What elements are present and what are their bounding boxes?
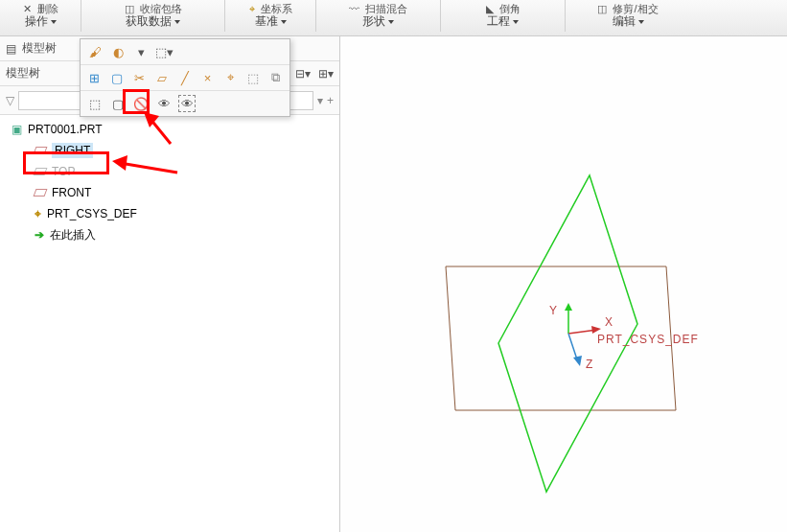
svg-marker-5 <box>573 356 582 366</box>
ribbon-group-shape[interactable]: 〰扫描混合 形状 <box>316 0 441 32</box>
viewport-canvas: Y X Z PRT_CSYS_DEF <box>340 36 787 532</box>
csys-axes: Y X Z PRT_CSYS_DEF <box>549 303 699 371</box>
context-toolbar: 🖌 ◐ ▾ ⬚▾ ⊞ ▢ ✂ ▱ ╱ × ⌖ ⬚ ⧉ ⬚ ▢ 🚫 👁 👁 <box>80 38 290 117</box>
csys-icon: ⌖ <box>35 207 41 220</box>
rect-dashed-icon[interactable]: ⬚ <box>244 69 262 86</box>
tree-root-label: PRT0001.PRT <box>28 123 103 136</box>
axis-z-label: Z <box>586 358 592 371</box>
axis-x-label: X <box>605 315 613 329</box>
chevron-down-icon[interactable]: ▾ <box>132 43 150 60</box>
tree-item-label: FRONT <box>52 186 91 199</box>
ribbon-group-operate[interactable]: ✕删除 操作 <box>0 0 81 32</box>
chevron-down-icon <box>513 20 519 24</box>
expand-icon[interactable]: ▾ <box>317 94 323 107</box>
appearance-icon[interactable]: ◐ <box>109 43 127 60</box>
ribbon-group-edit[interactable]: ◫修剪/相交 编辑 <box>566 0 690 32</box>
trim-icon: ◫ <box>597 3 607 15</box>
viewport[interactable]: Y X Z PRT_CSYS_DEF <box>340 36 787 532</box>
ribbon-label: 基准 <box>255 13 278 30</box>
settings-icon[interactable]: ⊟▾ <box>295 67 311 81</box>
tree-item-csys[interactable]: ⌖ PRT_CSYS_DEF <box>8 203 332 224</box>
plane-icon <box>34 168 48 175</box>
line-icon[interactable]: ╱ <box>176 69 194 86</box>
cut-icon[interactable]: ✂ <box>131 69 149 86</box>
dashed-eye-sel-icon[interactable]: 👁 <box>178 95 196 112</box>
ribbon-group-getdata[interactable]: ◫收缩包络 获取数据 <box>81 0 225 32</box>
grid-icon[interactable]: ⊞▾ <box>318 67 334 81</box>
point-x-icon[interactable]: × <box>199 69 217 86</box>
select-icon[interactable]: ⬚▾ <box>155 43 173 60</box>
tree-root[interactable]: ▣ PRT0001.PRT <box>8 119 332 140</box>
sweep-icon: 〰 <box>349 3 359 14</box>
mirror-icon[interactable]: ⧉ <box>267 69 285 86</box>
add-icon[interactable]: + <box>327 94 334 107</box>
svg-marker-1 <box>565 303 572 311</box>
filter-icon[interactable]: ▽ <box>6 94 14 107</box>
hide-icon[interactable]: 🚫 <box>132 95 150 112</box>
chevron-down-icon <box>388 20 394 24</box>
axis-y-label: Y <box>549 304 557 317</box>
toggle-vis-icon[interactable]: ⬚ <box>86 95 104 112</box>
part-icon: ▣ <box>12 123 22 136</box>
ribbon-group-datum[interactable]: ⌖坐标系 基准 <box>225 0 316 32</box>
tree-item-label: RIGHT <box>52 143 93 158</box>
paint-icon[interactable]: 🖌 <box>86 43 104 60</box>
ribbon: ✕删除 操作 ◫收缩包络 获取数据 ⌖坐标系 基准 〰扫描混合 形状 ◣倒角 工… <box>0 0 787 36</box>
tree-item-top[interactable]: TOP <box>8 161 332 182</box>
ribbon-label: 获取数据 <box>126 13 172 30</box>
csys-label: PRT_CSYS_DEF <box>597 333 699 346</box>
csys-small-icon[interactable]: ⌖ <box>221 69 239 86</box>
box-icon[interactable]: ▢ <box>109 69 127 86</box>
plane-icon <box>34 147 48 154</box>
tree-icon: ▤ <box>6 42 16 56</box>
ribbon-label: 编辑 <box>613 13 636 30</box>
chevron-down-icon <box>638 20 644 24</box>
ribbon-group-eng[interactable]: ◣倒角 工程 <box>441 0 566 32</box>
ribbon-label: 操作 <box>25 13 48 30</box>
insert-arrow-icon: ➔ <box>35 228 44 242</box>
tree-sub-label: 模型树 <box>6 65 40 81</box>
tree-header-label: 模型树 <box>22 40 57 57</box>
tree-item-label: PRT_CSYS_DEF <box>47 207 137 220</box>
plane-icon <box>34 189 48 197</box>
dashed-eye-icon[interactable]: 👁 <box>155 95 173 112</box>
select-net-icon[interactable]: ⊞ <box>86 69 104 86</box>
chevron-down-icon <box>174 20 180 24</box>
ribbon-label: 形状 <box>362 13 385 30</box>
ribbon-label: 工程 <box>487 13 510 30</box>
chevron-down-icon <box>51 20 57 24</box>
tree-item-front[interactable]: FRONT <box>8 182 332 203</box>
tree-item-label: TOP <box>52 165 75 178</box>
show-box-icon[interactable]: ▢ <box>109 95 127 112</box>
model-tree: ▣ PRT0001.PRT RIGHT TOP FRONT ⌖ PRT_CSYS… <box>0 115 339 532</box>
tree-item-label: 在此插入 <box>50 227 96 243</box>
tree-item-right[interactable]: RIGHT <box>8 140 332 161</box>
plane-icon[interactable]: ▱ <box>154 69 172 86</box>
chevron-down-icon <box>281 20 287 24</box>
tree-item-insert[interactable]: ➔ 在此插入 <box>8 224 332 245</box>
